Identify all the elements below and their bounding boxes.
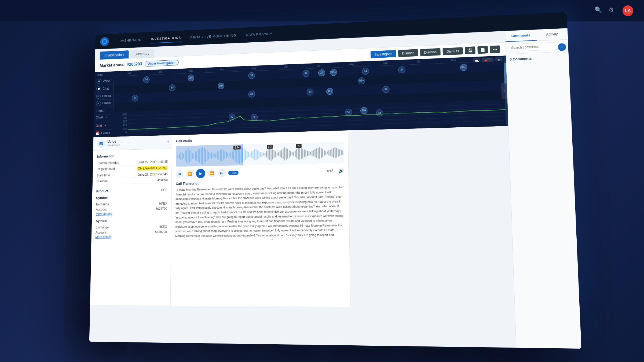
svg-rect-55 [251, 152, 252, 158]
account-label-1: Account [96, 208, 107, 211]
audio-speed-label[interactable]: +10s [228, 171, 239, 175]
voice-bubble-4[interactable]: 34 [302, 70, 309, 77]
timeline-row-finchat: ⓘ Finchat [94, 92, 114, 100]
svg-rect-87 [296, 149, 297, 158]
svg-rect-102 [319, 147, 320, 159]
next-btn[interactable]: ⏩ [208, 169, 215, 177]
chat-row-label: Chat [103, 87, 109, 90]
finchat-bubble-4[interactable]: 99+ [326, 88, 333, 95]
voice-dropdown-arrow[interactable]: ▾ [167, 140, 169, 144]
voice-panel-title: Voice [107, 139, 120, 144]
finchat-bubble-2[interactable]: 34 [248, 90, 255, 97]
voice-bubble-6[interactable]: 99+ [330, 69, 337, 76]
tab-activity[interactable]: Activity [536, 28, 568, 40]
svg-rect-111 [333, 148, 334, 158]
more-icon-button[interactable]: ••• [490, 45, 500, 53]
voice-row-label: Voice [103, 79, 110, 83]
timeline-year: 2018 [95, 71, 114, 78]
prev-btn[interactable]: ⏪ [186, 170, 194, 178]
tab-investigation[interactable]: Investigation [100, 50, 129, 60]
duration-value: 4:34:51 [158, 178, 168, 182]
chat-bubble-1[interactable]: 34 [169, 84, 175, 91]
svg-rect-80 [286, 148, 287, 160]
chat-bubble-3[interactable]: 99+ [358, 77, 365, 84]
waveform-time-label-1: 2:44 [233, 146, 240, 150]
volume-icon[interactable]: 🔊 [338, 168, 344, 174]
more-details-link-1[interactable]: More details [96, 211, 167, 216]
svg-rect-78 [283, 149, 284, 159]
finchat-bubble-5[interactable]: 34 [382, 86, 390, 93]
tab-comments[interactable]: Comments [505, 29, 537, 42]
svg-rect-83 [290, 151, 291, 156]
more-details-link-2[interactable]: More details [95, 235, 167, 239]
gold-row-label: Gold [96, 124, 102, 128]
dismiss-button-3[interactable]: Dismiss [442, 47, 463, 55]
nav-item-privacy[interactable]: DATA PRIVACY [245, 30, 273, 39]
svg-rect-103 [321, 148, 322, 158]
waveform-svg[interactable] [176, 142, 344, 167]
save-icon-button[interactable]: 💾 [465, 46, 475, 54]
chart-price-labels: 1000 800 600 400 200 0 [113, 112, 128, 135]
skip-fwd-btn[interactable]: ⏭ [218, 169, 226, 177]
transcript-text: Hi mate Morning Remember the stock we we… [175, 185, 345, 240]
svg-rect-88 [298, 148, 299, 159]
voice-bubble-7[interactable]: 34 [362, 68, 369, 75]
investigate-button[interactable]: Investigate [371, 50, 396, 58]
svg-rect-70 [270, 147, 272, 161]
account-value-2: 5678790 [155, 230, 167, 234]
svg-rect-112 [335, 147, 336, 158]
nav-item-proactive[interactable]: PROACTIVE MONITORING [189, 31, 237, 41]
svg-rect-85 [293, 152, 294, 156]
svg-rect-105 [324, 150, 325, 156]
dismiss-button-1[interactable]: Dismiss [398, 49, 418, 57]
duration-dropdown[interactable]: ▾ [167, 178, 169, 182]
voice-bubble-3[interactable]: 34 [248, 72, 255, 79]
symbol-header-1: Symbol [96, 195, 167, 200]
events-row-icon: 📅 [96, 131, 100, 135]
nav-item-dashboard[interactable]: DASHBOARD [118, 36, 142, 45]
alert-id: #285203 [127, 62, 142, 67]
exchange-value-1: HKEX [159, 202, 167, 205]
svg-rect-51 [245, 150, 246, 160]
doc-icon-button[interactable]: 📄 [478, 46, 488, 54]
content-area: Investigation Summary Market abuse #2852… [89, 28, 581, 349]
finchat-bubble-1[interactable]: 34 [132, 95, 138, 101]
product-label-1: Product [96, 189, 108, 193]
alert-actions: Investigate Dismiss Dismiss Dismiss 💾 📄 … [371, 45, 500, 58]
finchat-bubble-3[interactable]: 34 [307, 88, 314, 95]
svg-rect-109 [330, 150, 331, 156]
chat-bubble-2[interactable]: 99+ [218, 82, 225, 89]
comments-count: 0 Comments [506, 52, 569, 65]
play-btn[interactable]: ▶ [196, 169, 205, 178]
audio-duration: 6:45 [327, 169, 333, 173]
symbol-header-2: Symbol [96, 218, 167, 223]
skip-back-btn[interactable]: ⏮ [176, 170, 183, 178]
svg-rect-76 [280, 151, 280, 157]
svg-rect-95 [309, 151, 310, 156]
svg-rect-73 [275, 152, 276, 157]
ecomm-value: June 27, 2017 9:43:45 [138, 160, 168, 164]
perspective-wrapper: DASHBOARD INVESTIGATIONS PROACTIVE MONIT… [0, 0, 644, 362]
alert-type: Market abuse [100, 62, 125, 68]
voice-bubble-1[interactable]: 34 [143, 76, 149, 83]
voice-bubble-5[interactable]: 34 [318, 69, 325, 76]
dismiss-button-2[interactable]: Dismiss [420, 48, 441, 56]
nav-item-investigations[interactable]: INVESTIGATIONS [150, 34, 182, 43]
comments-search-input[interactable] [508, 42, 566, 52]
timeline-row-voice: ☎ Voice [94, 77, 114, 86]
voice-bubble-8[interactable]: 34 [398, 66, 405, 73]
tab-summary[interactable]: Summary [130, 49, 154, 58]
info-section-title: Information [97, 153, 168, 158]
svg-rect-99 [314, 149, 316, 157]
audio-waveform: 2:44 3:3 8:3 [176, 142, 344, 167]
comments-panel: Comments Activity 0 Comments + [505, 28, 581, 349]
svg-rect-75 [278, 152, 279, 156]
voice-bubble-2[interactable]: 99+ [188, 74, 194, 81]
voice-bubble-9[interactable]: 99+ [460, 64, 467, 71]
svg-rect-56 [253, 151, 253, 158]
timeline-nav-btn[interactable]: › [501, 83, 507, 99]
svg-rect-62 [262, 152, 262, 157]
price-400: 400 [114, 124, 127, 127]
svg-rect-69 [269, 149, 270, 160]
svg-rect-86 [295, 150, 296, 157]
